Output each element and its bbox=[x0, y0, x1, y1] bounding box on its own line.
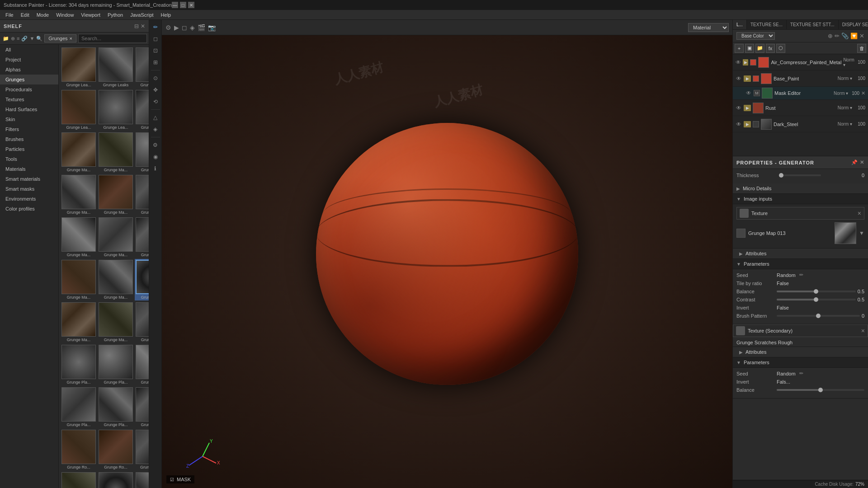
shelf-nav-textures[interactable]: Textures bbox=[0, 94, 58, 104]
shelf-nav-tools[interactable]: Tools bbox=[0, 154, 58, 164]
props-close-icon[interactable]: ✕ bbox=[860, 160, 864, 165]
menu-javascript[interactable]: JavaScript bbox=[127, 11, 157, 19]
viewport-canvas[interactable]: 人人素材 RRCG 人人素材 RRCG 人人素材 RRCG bbox=[162, 20, 732, 488]
viewport-mode-select[interactable]: Material Base Color Roughness Metallic bbox=[688, 23, 729, 32]
texture-dropdown-icon[interactable]: ▼ bbox=[859, 230, 864, 236]
menu-window[interactable]: Window bbox=[52, 11, 77, 19]
layer-header-icon-3[interactable]: 📎 bbox=[841, 33, 849, 39]
list-item[interactable]: Grunge Pla... bbox=[61, 344, 97, 385]
tool-paint-icon[interactable]: ✏ bbox=[150, 22, 161, 33]
list-item[interactable]: Grunge Ma... bbox=[61, 131, 97, 173]
shelf-icon-3[interactable]: ≡ bbox=[17, 36, 19, 41]
list-item[interactable]: Grunge Ma... bbox=[61, 301, 97, 343]
brush-pattern-slider[interactable] bbox=[777, 315, 860, 317]
props-pin-icon[interactable]: 📌 bbox=[851, 160, 858, 165]
seed-edit-icon[interactable]: ✏ bbox=[799, 272, 803, 278]
shelf-nav-procedurals[interactable]: Procedurals bbox=[0, 84, 58, 94]
shelf-icon-2[interactable]: ⊕ bbox=[11, 36, 15, 42]
layer-header-icon-1[interactable]: ⊕ bbox=[828, 33, 833, 39]
menu-help[interactable]: Help bbox=[157, 11, 175, 19]
menu-file[interactable]: File bbox=[2, 11, 17, 19]
list-item[interactable]: Grunge Lea... bbox=[61, 47, 97, 88]
mask-close-icon[interactable]: ✕ bbox=[861, 90, 865, 96]
shelf-search-icon[interactable]: 🔍 bbox=[36, 36, 42, 42]
list-item[interactable]: Grunge Lea... bbox=[135, 47, 149, 88]
add-folder-button[interactable]: 📁 bbox=[755, 44, 764, 53]
list-item[interactable]: Grunge Ma... bbox=[61, 174, 97, 216]
list-item[interactable]: Grunge Ma... bbox=[98, 174, 134, 216]
tab-texture-set-settings[interactable]: TEXTURE SET STT... bbox=[787, 20, 839, 29]
attributes-toggle[interactable]: ▶ Attributes bbox=[733, 249, 868, 259]
vp-icon-6[interactable]: 📷 bbox=[208, 24, 216, 31]
layer-visibility-toggle[interactable]: 👁 bbox=[736, 59, 741, 66]
list-item[interactable]: Grunge Scr... bbox=[98, 471, 134, 488]
list-item[interactable]: Grunge Ma... bbox=[98, 259, 134, 300]
shelf-nav-filters[interactable]: Filters bbox=[0, 124, 58, 134]
shelf-nav-smart-masks[interactable]: Smart masks bbox=[0, 184, 58, 194]
list-item[interactable]: Grunge Ma... bbox=[98, 301, 134, 343]
layer-header-icon-4[interactable]: 🔽 bbox=[850, 33, 858, 39]
minimize-button[interactable]: — bbox=[172, 2, 178, 8]
shelf-nav-brushes[interactable]: Brushes bbox=[0, 134, 58, 144]
tab-display-settings[interactable]: DISPLAY SE... bbox=[839, 20, 868, 29]
list-item[interactable]: Grunge Scr... bbox=[135, 471, 149, 488]
list-item[interactable]: Grunge Ma... bbox=[98, 216, 134, 258]
layer-item[interactable]: 👁 ▶ Dark_Steel Norm ▾ 100 bbox=[733, 116, 868, 132]
layer-header-icon-5[interactable]: ✕ bbox=[859, 33, 864, 39]
shelf-nav-environments[interactable]: Environments bbox=[0, 194, 58, 204]
channel-dropdown[interactable]: Base Color Roughness Metallic Normal bbox=[736, 32, 775, 40]
layer-item[interactable]: 👁 ▶ Air_Compressor_Painted_Metal Norm ▾ … bbox=[733, 54, 868, 70]
list-item[interactable]: Grunge Ma... bbox=[135, 301, 149, 343]
shelf-nav-alphas[interactable]: Alphas bbox=[0, 65, 58, 75]
shelf-nav-grunges[interactable]: Grunges bbox=[0, 75, 58, 84]
add-fx-button[interactable]: fx bbox=[766, 44, 775, 53]
tool-transform-icon[interactable]: ⟲ bbox=[150, 96, 161, 107]
vp-icon-5[interactable]: 🎬 bbox=[198, 24, 205, 31]
search-input[interactable] bbox=[78, 34, 147, 43]
texture-primary-remove[interactable]: × bbox=[858, 210, 861, 217]
info-icon[interactable]: ℹ bbox=[150, 163, 161, 174]
list-item[interactable]: Grunge Pla... bbox=[98, 344, 134, 385]
list-item[interactable]: Grunge Ma... bbox=[135, 216, 149, 258]
vp-icon-4[interactable]: ◈ bbox=[190, 24, 195, 31]
tool-geometry-icon[interactable]: △ bbox=[150, 112, 161, 123]
tool-smudge-icon[interactable]: ⊞ bbox=[150, 57, 161, 68]
add-paint-layer-button[interactable]: + bbox=[735, 44, 744, 53]
settings-icon[interactable]: ⚙ bbox=[150, 140, 161, 150]
list-item[interactable]: Grunge Rock bbox=[135, 386, 149, 428]
layer-visibility-toggle[interactable]: 👁 bbox=[745, 90, 752, 96]
tool-picker-icon[interactable]: ◈ bbox=[150, 124, 161, 135]
list-item[interactable]: Grunge Pla... bbox=[61, 386, 97, 428]
add-fill-layer-button[interactable]: ▣ bbox=[745, 44, 754, 53]
list-item[interactable]: Grunge Rus... bbox=[135, 429, 149, 470]
layer-item[interactable]: 👁 ▶ Base_Paint Norm ▾ 100 bbox=[733, 70, 868, 87]
shelf-close-icon[interactable]: ✕ bbox=[141, 23, 145, 29]
tool-move-icon[interactable]: ✥ bbox=[150, 84, 161, 95]
maximize-button[interactable]: □ bbox=[180, 2, 186, 8]
thickness-slider[interactable] bbox=[779, 174, 821, 176]
list-item[interactable]: Grunge Ma... bbox=[135, 259, 149, 300]
shelf-filter-icon[interactable]: ▼ bbox=[29, 36, 34, 41]
parameters2-toggle[interactable]: ▼ Parameters bbox=[733, 357, 868, 368]
close-button[interactable]: ✕ bbox=[188, 2, 194, 8]
shelf-nav-hard-surfaces[interactable]: Hard Surfaces bbox=[0, 104, 58, 114]
menu-edit[interactable]: Edit bbox=[17, 11, 33, 19]
shelf-nav-smart-materials[interactable]: Smart materials bbox=[0, 174, 58, 184]
menu-viewport[interactable]: Viewport bbox=[77, 11, 104, 19]
list-item[interactable]: Grunge Pla... bbox=[135, 344, 149, 385]
tool-clone-icon[interactable]: ⊙ bbox=[150, 73, 161, 84]
image-inputs-toggle[interactable]: ▼ Image inputs bbox=[733, 194, 868, 204]
texture-secondary-remove[interactable]: × bbox=[861, 327, 865, 334]
layer-visibility-toggle[interactable]: 👁 bbox=[736, 75, 742, 82]
shelf-nav-materials[interactable]: Materials bbox=[0, 164, 58, 174]
shelf-icon-4[interactable]: 🔗 bbox=[21, 36, 28, 42]
contrast-slider[interactable] bbox=[777, 299, 856, 300]
tool-fill-icon[interactable]: ⊡ bbox=[150, 45, 161, 56]
menu-python[interactable]: Python bbox=[104, 11, 127, 19]
shelf-collapse-icon[interactable]: ⊟ bbox=[134, 23, 139, 29]
list-item[interactable]: Grunge Leaks bbox=[98, 47, 134, 88]
vp-icon-3[interactable]: ◻ bbox=[182, 24, 187, 31]
tab-texture-set[interactable]: TEXTURE SE... bbox=[747, 20, 787, 29]
list-item[interactable]: Grunge Ma... bbox=[135, 89, 149, 131]
add-mask-button[interactable]: ⬡ bbox=[776, 44, 785, 53]
